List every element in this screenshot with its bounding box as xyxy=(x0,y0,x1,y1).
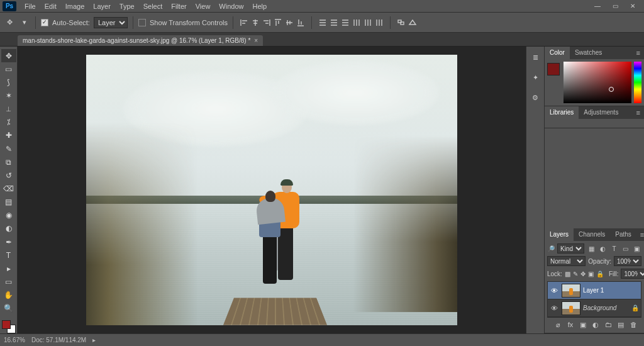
menu-view[interactable]: View xyxy=(191,0,215,13)
marquee-tool[interactable]: ▭ xyxy=(1,62,16,75)
dodge-tool[interactable]: ◐ xyxy=(1,222,16,235)
layer-thumbnail[interactable] xyxy=(562,301,580,315)
lock-artboard-icon[interactable]: ▣ xyxy=(588,269,594,279)
zoom-level[interactable]: 16.67% xyxy=(4,337,25,343)
distribute-bottom-icon[interactable] xyxy=(340,17,351,28)
hue-slider[interactable] xyxy=(634,62,641,103)
document-tab[interactable]: man-stands-shore-lake-garda-against-suns… xyxy=(18,35,263,46)
visibility-toggle-icon[interactable]: 👁 xyxy=(549,287,559,294)
menu-edit[interactable]: Edit xyxy=(40,0,61,13)
align-top-edges-icon[interactable] xyxy=(272,17,284,28)
history-brush-tool[interactable]: ↺ xyxy=(1,169,16,182)
layer-mask-icon[interactable]: ▣ xyxy=(579,320,587,329)
filter-smart-icon[interactable]: ▣ xyxy=(633,243,641,254)
layer-style-icon[interactable]: fx xyxy=(566,320,575,329)
path-select-tool[interactable]: ▸ xyxy=(1,262,16,275)
filter-adjust-icon[interactable]: ◐ xyxy=(598,243,607,254)
auto-select-target-dropdown[interactable]: Layer xyxy=(94,17,128,28)
tab-libraries[interactable]: Libraries xyxy=(545,106,579,119)
opacity-dropdown[interactable]: 100% xyxy=(614,256,641,266)
adjustment-layer-icon[interactable]: ◐ xyxy=(591,320,600,329)
tab-paths[interactable]: Paths xyxy=(610,228,636,241)
layer-thumbnail[interactable] xyxy=(562,284,580,298)
tool-preset-dropdown-icon[interactable]: ▾ xyxy=(19,17,30,28)
hand-tool[interactable]: ✋ xyxy=(1,289,16,302)
layer-row[interactable]: 👁 Background 🔒 xyxy=(548,299,641,317)
layer-name[interactable]: Background xyxy=(583,304,628,311)
layer-group-icon[interactable]: 🗀 xyxy=(604,320,613,329)
menu-file[interactable]: File xyxy=(20,0,40,13)
menu-window[interactable]: Window xyxy=(214,0,248,13)
show-transform-checkbox[interactable] xyxy=(138,19,146,26)
3d-mode-icon[interactable] xyxy=(407,17,418,28)
distribute-vcenter-icon[interactable] xyxy=(328,17,340,28)
clone-stamp-tool[interactable]: ⧉ xyxy=(1,155,16,169)
layer-row[interactable]: 👁 Layer 1 xyxy=(548,282,641,299)
distribute-left-icon[interactable] xyxy=(351,17,362,28)
tab-swatches[interactable]: Swatches xyxy=(570,47,607,59)
document-canvas[interactable] xyxy=(86,55,457,325)
color-picker-field[interactable] xyxy=(564,62,631,103)
menu-help[interactable]: Help xyxy=(248,0,271,13)
distribute-top-icon[interactable] xyxy=(317,17,328,28)
libraries-panel-menu-icon[interactable]: ≡ xyxy=(633,109,644,116)
align-right-edges-icon[interactable] xyxy=(261,17,272,28)
filter-type-icon[interactable]: T xyxy=(609,243,618,254)
zoom-tool[interactable]: 🔍 xyxy=(1,302,16,315)
menu-filter[interactable]: Filter xyxy=(167,0,191,13)
lock-pixels-icon[interactable]: ✎ xyxy=(573,269,578,279)
gradient-tool[interactable]: ▤ xyxy=(1,196,16,209)
close-tab-icon[interactable]: × xyxy=(254,37,258,44)
link-layers-icon[interactable]: ⌀ xyxy=(553,320,562,329)
window-restore-button[interactable]: ▭ xyxy=(606,3,624,9)
lock-all-icon[interactable]: 🔒 xyxy=(596,269,604,279)
delete-layer-icon[interactable]: 🗑 xyxy=(629,320,638,329)
canvas-stage[interactable] xyxy=(18,47,526,333)
distribute-right-icon[interactable] xyxy=(374,17,385,28)
tab-layers[interactable]: Layers xyxy=(545,228,574,241)
color-swatches[interactable] xyxy=(2,320,16,333)
move-tool[interactable]: ✥ xyxy=(1,49,16,62)
type-tool[interactable]: T xyxy=(1,248,16,262)
lasso-tool[interactable]: ⟆ xyxy=(1,75,16,89)
color-panel-menu-icon[interactable]: ≡ xyxy=(633,49,644,57)
menu-select[interactable]: Select xyxy=(139,0,167,13)
properties-panel-icon[interactable]: ✦ xyxy=(528,70,542,84)
align-horizontal-centers-icon[interactable] xyxy=(250,17,261,28)
lock-position-icon[interactable]: ✥ xyxy=(580,269,586,279)
menu-layer[interactable]: Layer xyxy=(89,0,115,13)
filter-shape-icon[interactable]: ▭ xyxy=(621,243,630,254)
tab-channels[interactable]: Channels xyxy=(574,228,610,241)
brush-tool[interactable]: ✎ xyxy=(1,142,16,155)
crop-tool[interactable]: ⟂ xyxy=(1,103,16,116)
blur-tool[interactable]: ◉ xyxy=(1,209,16,222)
layer-name[interactable]: Layer 1 xyxy=(583,287,640,294)
filter-pixel-icon[interactable]: ▦ xyxy=(587,243,596,254)
window-close-button[interactable]: ✕ xyxy=(624,3,641,9)
actions-panel-icon[interactable]: ⚙ xyxy=(528,91,542,104)
fill-dropdown[interactable]: 100% xyxy=(621,269,644,279)
menu-image[interactable]: Image xyxy=(61,0,89,13)
align-left-edges-icon[interactable] xyxy=(238,17,250,28)
new-layer-icon[interactable]: ▤ xyxy=(616,320,625,329)
tab-color[interactable]: Color xyxy=(545,47,570,59)
healing-brush-tool[interactable]: ✚ xyxy=(1,129,16,142)
layers-panel-menu-icon[interactable]: ≡ xyxy=(636,231,644,238)
foreground-color-swatch[interactable] xyxy=(2,320,11,329)
eyedropper-tool[interactable]: ⁒ xyxy=(1,116,16,129)
align-vertical-centers-icon[interactable] xyxy=(284,17,295,28)
history-panel-icon[interactable]: ≣ xyxy=(528,50,542,64)
tab-adjustments[interactable]: Adjustments xyxy=(579,106,623,119)
align-bottom-edges-icon[interactable] xyxy=(295,17,306,28)
menu-type[interactable]: Type xyxy=(115,0,139,13)
blend-mode-dropdown[interactable]: Normal xyxy=(547,256,586,266)
layer-filter-dropdown[interactable]: Kind xyxy=(557,243,584,254)
auto-select-checkbox[interactable]: ✓ xyxy=(41,19,48,26)
status-disclosure-icon[interactable]: ▸ xyxy=(92,337,96,343)
document-info[interactable]: Doc: 57.1M/114.2M xyxy=(31,337,86,343)
distribute-hcenter-icon[interactable] xyxy=(362,17,374,28)
pen-tool[interactable]: ✒ xyxy=(1,235,16,248)
eraser-tool[interactable]: ⌫ xyxy=(1,182,16,195)
visibility-toggle-icon[interactable]: 👁 xyxy=(549,304,559,312)
window-minimize-button[interactable]: — xyxy=(589,3,606,9)
